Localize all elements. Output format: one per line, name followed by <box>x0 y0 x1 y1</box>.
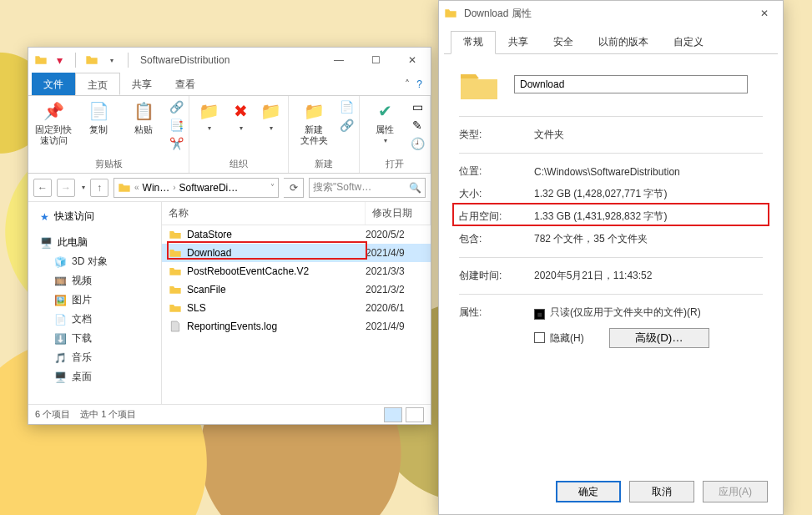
folder-icon <box>84 53 99 68</box>
file-list[interactable]: 名称 修改日期 DataStore2020/5/2Download2021/4/… <box>162 202 431 404</box>
path-icon[interactable]: 📑 <box>169 118 184 133</box>
tab-general[interactable]: 常规 <box>451 31 496 54</box>
tab-share[interactable]: 共享 <box>120 73 164 95</box>
file-row[interactable]: DataStore2020/5/2 <box>162 225 431 244</box>
apply-button[interactable]: 应用(A) <box>703 481 768 502</box>
tab-customize[interactable]: 自定义 <box>661 31 716 54</box>
pin-label: 固定到快 速访问 <box>35 124 72 146</box>
advanced-button[interactable]: 高级(D)… <box>609 328 709 348</box>
delete-button[interactable]: ✖▾ <box>228 99 253 133</box>
tab-view[interactable]: 查看 <box>164 73 207 95</box>
explorer-titlebar[interactable]: ▾ ▾ SoftwareDistribution — ☐ ✕ <box>28 48 431 73</box>
tab-sharing[interactable]: 共享 <box>496 31 541 54</box>
details-view-button[interactable] <box>384 407 402 422</box>
breadcrumb[interactable]: « Win… › SoftwareDi… ˅ <box>113 178 279 198</box>
back-button[interactable]: ← <box>33 179 52 197</box>
file-name: PostRebootEventCache.V2 <box>187 265 361 277</box>
file-row[interactable]: ReportingEvents.log2021/4/9 <box>162 317 431 336</box>
crumb-windows[interactable]: Win… <box>143 182 170 194</box>
nav-documents[interactable]: 📄文档 <box>28 310 161 329</box>
navigation-pane[interactable]: ★快速访问 🖥️此电脑 🧊3D 对象 🎞️视频 🖼️图片 📄文档 ⬇️下载 🎵音… <box>28 202 162 404</box>
col-name[interactable]: 名称 <box>162 202 366 225</box>
copy-button[interactable]: 📄 复制 <box>78 99 119 135</box>
folder-name-input[interactable] <box>514 75 748 93</box>
col-date[interactable]: 修改日期 <box>366 202 431 225</box>
new-extra: 📄 🔗 <box>339 99 354 133</box>
search-input[interactable]: 搜索"Softw… 🔍 <box>309 178 426 198</box>
forward-button[interactable]: → <box>57 179 75 197</box>
properties-label: 属性 <box>376 124 394 135</box>
newitem-icon[interactable]: 📄 <box>339 99 354 114</box>
move-to-icon: 📁 <box>197 99 220 123</box>
properties-button[interactable]: ✔ 属性 ▾ <box>365 99 405 145</box>
chevron-down-icon[interactable]: ▾ <box>104 53 119 68</box>
readonly-checkbox[interactable]: ■ <box>534 309 545 320</box>
ok-button[interactable]: 确定 <box>556 481 621 502</box>
tab-security[interactable]: 安全 <box>541 31 586 54</box>
tab-file[interactable]: 文件 <box>32 73 75 95</box>
chevron-right-icon: › <box>173 183 175 192</box>
help-icon[interactable]: ? <box>416 78 422 90</box>
close-button[interactable]: ✕ <box>746 2 783 25</box>
nav-downloads[interactable]: ⬇️下载 <box>28 329 161 348</box>
close-button[interactable]: ✕ <box>394 48 431 72</box>
crumb-current[interactable]: SoftwareDi… <box>179 182 239 194</box>
newfolder-label: 新建 文件夹 <box>300 124 328 146</box>
maximize-button[interactable]: ☐ <box>357 48 394 72</box>
edit-icon[interactable]: ✎ <box>410 118 425 133</box>
nav-pc-label: 此电脑 <box>58 235 88 250</box>
tab-home[interactable]: 主页 <box>75 73 120 95</box>
nav-desktop[interactable]: 🖥️桌面 <box>28 367 161 386</box>
nav-this-pc[interactable]: 🖥️此电脑 <box>28 233 161 252</box>
file-name: Download <box>187 247 361 259</box>
up-button[interactable]: ↑ <box>90 179 108 197</box>
nav-music[interactable]: 🎵音乐 <box>28 348 161 367</box>
file-row[interactable]: ScanFile2021/3/2 <box>162 280 431 299</box>
folder-large-icon <box>459 68 499 101</box>
folder-icon <box>118 181 131 194</box>
nav-3d[interactable]: 🧊3D 对象 <box>28 252 161 271</box>
group-new-label: 新建 <box>315 157 333 171</box>
label-location: 位置: <box>459 164 534 179</box>
folder-icon <box>444 7 457 20</box>
item-count: 6 个项目 <box>35 408 70 421</box>
file-row[interactable]: Download2021/4/9 <box>162 244 431 262</box>
nav-videos[interactable]: 🎞️视频 <box>28 271 161 290</box>
props-qat-icon[interactable]: ▾ <box>52 53 67 68</box>
chevron-up-icon[interactable]: ˄ <box>405 78 410 90</box>
divider <box>459 257 763 258</box>
rename-icon: 📁 <box>259 99 282 123</box>
hidden-checkbox[interactable] <box>534 332 545 343</box>
file-date: 2020/6/1 <box>366 302 424 314</box>
value-readonly: 只读(仅应用于文件夹中的文件)(R) <box>550 306 701 318</box>
file-row[interactable]: PostRebootEventCache.V22021/3/3 <box>162 262 431 280</box>
chevron-right-icon[interactable]: « <box>134 183 139 192</box>
selection-count: 选中 1 个项目 <box>80 408 136 421</box>
minimize-button[interactable]: — <box>320 48 357 72</box>
history-dropdown[interactable]: ▾ <box>82 184 85 191</box>
newfolder-button[interactable]: 📁 新建 文件夹 <box>294 99 334 146</box>
refresh-button[interactable]: ⟳ <box>284 178 304 198</box>
properties-titlebar[interactable]: Download 属性 ✕ <box>439 1 783 26</box>
cancel-button[interactable]: 取消 <box>629 481 694 502</box>
paste-button[interactable]: 📋 粘贴 <box>124 99 164 135</box>
history-icon[interactable]: 🕘 <box>410 136 425 151</box>
link-icon[interactable]: 🔗 <box>339 118 354 133</box>
icons-view-button[interactable] <box>406 407 424 422</box>
pin-button[interactable]: 📌 固定到快 速访问 <box>33 99 73 146</box>
search-placeholder: 搜索"Softw… <box>313 180 409 194</box>
chevron-down-icon[interactable]: ˅ <box>270 183 275 192</box>
folder-icon <box>169 283 182 296</box>
move-button[interactable]: 📁▾ <box>194 99 223 133</box>
file-row[interactable]: SLS2020/6/1 <box>162 299 431 317</box>
shortcut-icon[interactable]: 🔗 <box>169 99 184 114</box>
column-headers[interactable]: 名称 修改日期 <box>162 202 431 225</box>
nav-pictures[interactable]: 🖼️图片 <box>28 290 161 310</box>
rename-button[interactable]: 📁▾ <box>258 99 283 133</box>
search-icon: 🔍 <box>409 182 421 194</box>
copy-icon: 📄 <box>87 99 110 123</box>
nav-quick-access[interactable]: ★快速访问 <box>28 207 161 226</box>
open-icon[interactable]: ▭ <box>410 99 425 114</box>
cut-icon[interactable]: ✂️ <box>169 136 184 151</box>
tab-previous-versions[interactable]: 以前的版本 <box>586 31 661 54</box>
